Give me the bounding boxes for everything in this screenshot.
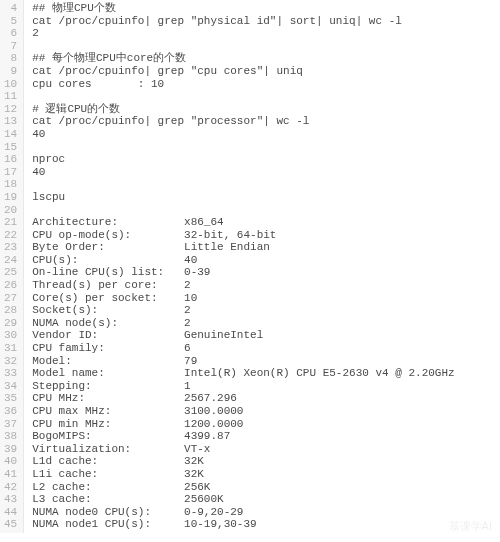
code-line: cat /proc/cpuinfo| grep "processor"| wc …	[32, 115, 454, 128]
code-line: Stepping: 1	[32, 380, 454, 393]
line-number: 36	[4, 405, 17, 418]
line-number: 29	[4, 317, 17, 330]
line-number: 20	[4, 204, 17, 217]
code-line: Byte Order: Little Endian	[32, 241, 454, 254]
line-number: 17	[4, 166, 17, 179]
line-number: 37	[4, 418, 17, 431]
line-number: 9	[4, 65, 17, 78]
code-line: 2	[32, 27, 454, 40]
line-number: 41	[4, 468, 17, 481]
code-line: L2 cache: 256K	[32, 481, 454, 494]
line-number: 4	[4, 2, 17, 15]
code-line	[32, 40, 454, 53]
code-line: cpu cores : 10	[32, 78, 454, 91]
line-number: 28	[4, 304, 17, 317]
code-line: NUMA node0 CPU(s): 0-9,20-29	[32, 506, 454, 519]
line-number: 32	[4, 355, 17, 368]
code-line: cat /proc/cpuinfo| grep "cpu cores"| uni…	[32, 65, 454, 78]
line-number: 43	[4, 493, 17, 506]
line-number: 38	[4, 430, 17, 443]
line-number: 25	[4, 266, 17, 279]
line-number: 35	[4, 392, 17, 405]
line-number: 30	[4, 329, 17, 342]
code-line: BogoMIPS: 4399.87	[32, 430, 454, 443]
line-number: 24	[4, 254, 17, 267]
code-line: Model name: Intel(R) Xeon(R) CPU E5-2630…	[32, 367, 454, 380]
code-line: Socket(s): 2	[32, 304, 454, 317]
line-number: 8	[4, 52, 17, 65]
code-line: Model: 79	[32, 355, 454, 368]
line-number: 11	[4, 90, 17, 103]
code-line: 40	[32, 128, 454, 141]
line-number: 27	[4, 292, 17, 305]
line-number: 39	[4, 443, 17, 456]
code-line: # 逻辑CPU的个数	[32, 103, 454, 116]
line-number: 14	[4, 128, 17, 141]
code-line: CPU max MHz: 3100.0000	[32, 405, 454, 418]
line-number: 23	[4, 241, 17, 254]
code-line: CPU min MHz: 1200.0000	[32, 418, 454, 431]
line-number: 5	[4, 15, 17, 28]
line-number: 22	[4, 229, 17, 242]
code-line	[32, 204, 454, 217]
line-number: 7	[4, 40, 17, 53]
line-number: 21	[4, 216, 17, 229]
code-line: CPU(s): 40	[32, 254, 454, 267]
line-number: 18	[4, 178, 17, 191]
code-line: NUMA node(s): 2	[32, 317, 454, 330]
line-number: 19	[4, 191, 17, 204]
code-line: ## 每个物理CPU中core的个数	[32, 52, 454, 65]
code-line: cat /proc/cpuinfo| grep "physical id"| s…	[32, 15, 454, 28]
line-number: 40	[4, 455, 17, 468]
line-number: 10	[4, 78, 17, 91]
code-line: L1i cache: 32K	[32, 468, 454, 481]
line-number: 44	[4, 506, 17, 519]
code-line: Architecture: x86_64	[32, 216, 454, 229]
line-number-gutter: 4567891011121314151617181920212223242526…	[0, 0, 24, 533]
code-line: NUMA node1 CPU(s): 10-19,30-39	[32, 518, 454, 531]
line-number: 34	[4, 380, 17, 393]
code-line	[32, 178, 454, 191]
line-number: 15	[4, 141, 17, 154]
code-line: nproc	[32, 153, 454, 166]
line-number: 26	[4, 279, 17, 292]
line-number: 16	[4, 153, 17, 166]
line-number: 45	[4, 518, 17, 531]
code-line: CPU MHz: 2567.296	[32, 392, 454, 405]
code-line: Vendor ID: GenuineIntel	[32, 329, 454, 342]
code-line	[32, 141, 454, 154]
code-line: Thread(s) per core: 2	[32, 279, 454, 292]
line-number: 42	[4, 481, 17, 494]
code-line: 40	[32, 166, 454, 179]
code-line: lscpu	[32, 191, 454, 204]
code-line: CPU op-mode(s): 32-bit, 64-bit	[32, 229, 454, 242]
code-line: ## 物理CPU个数	[32, 2, 454, 15]
code-line	[32, 90, 454, 103]
code-line: Core(s) per socket: 10	[32, 292, 454, 305]
code-lines: ## 物理CPU个数cat /proc/cpuinfo| grep "physi…	[24, 0, 454, 533]
line-number: 31	[4, 342, 17, 355]
line-number: 13	[4, 115, 17, 128]
watermark-text: 慕课学AI	[449, 519, 492, 533]
code-line: L3 cache: 25600K	[32, 493, 454, 506]
line-number: 6	[4, 27, 17, 40]
code-block: 4567891011121314151617181920212223242526…	[0, 0, 500, 533]
line-number: 12	[4, 103, 17, 116]
code-line: CPU family: 6	[32, 342, 454, 355]
line-number: 33	[4, 367, 17, 380]
code-line: On-line CPU(s) list: 0-39	[32, 266, 454, 279]
code-line: L1d cache: 32K	[32, 455, 454, 468]
code-line: Virtualization: VT-x	[32, 443, 454, 456]
